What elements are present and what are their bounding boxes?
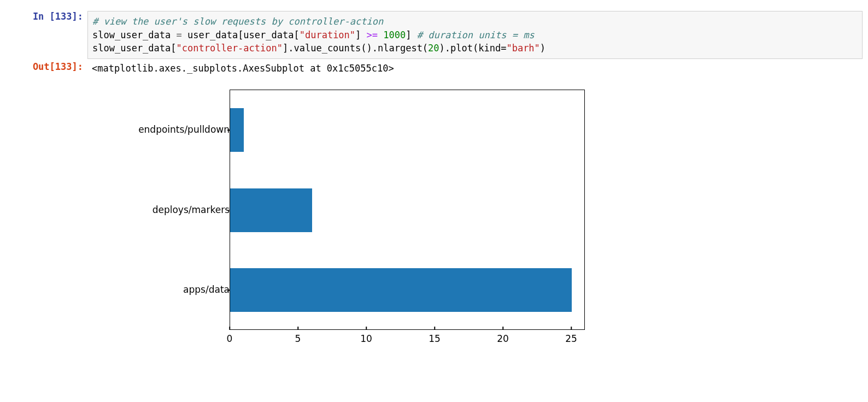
xtick-mark [366, 327, 367, 330]
output-cell: Out[133]: <matplotlib.axes._subplots.Axe… [5, 61, 863, 76]
chart-axes [230, 90, 585, 330]
bar [230, 108, 244, 152]
xtick-mark [229, 327, 230, 330]
plot-container: apps/datadeploys/markersendpoints/pulldo… [87, 79, 863, 354]
xtick-mark [297, 327, 298, 330]
code-input[interactable]: # view the user's slow requests by contr… [87, 11, 863, 59]
output-text: <matplotlib.axes._subplots.AxesSubplot a… [87, 61, 863, 76]
xtick-label: 0 [227, 333, 233, 344]
plot-row: apps/datadeploys/markersendpoints/pulldo… [5, 79, 863, 354]
xtick-label: 20 [497, 333, 509, 344]
xtick-label: 25 [565, 333, 577, 344]
xtick-mark [502, 327, 503, 330]
xtick-label: 5 [295, 333, 301, 344]
xtick-label: 15 [429, 333, 441, 344]
barh-chart: apps/datadeploys/markersendpoints/pulldo… [93, 86, 590, 354]
bar [230, 268, 572, 312]
bar [230, 188, 312, 232]
ytick-label: endpoints/pulldown [98, 124, 230, 135]
xtick-mark [571, 327, 572, 330]
output-prompt: Out[133]: [5, 61, 87, 72]
ytick-label: deploys/markers [98, 204, 230, 215]
input-prompt: In [133]: [5, 11, 87, 22]
ytick-label: apps/data [98, 284, 230, 295]
xtick-label: 10 [360, 333, 372, 344]
code-comment: # view the user's slow requests by contr… [92, 16, 383, 27]
xtick-mark [434, 327, 435, 330]
input-cell: In [133]: # view the user's slow request… [5, 11, 863, 59]
